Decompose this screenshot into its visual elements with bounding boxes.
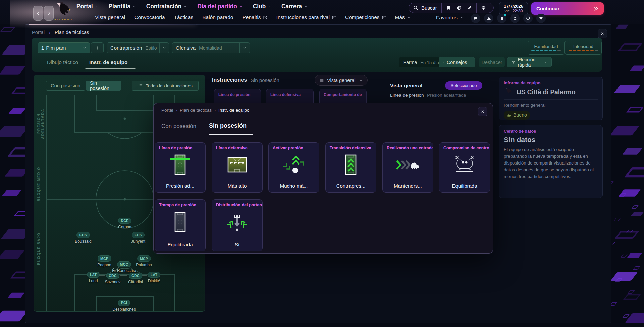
card-icon xyxy=(499,16,504,21)
pitch-player[interactable]: LATDiakité xyxy=(148,272,160,283)
all-instructions-button[interactable]: Todas las instrucciones xyxy=(132,81,199,91)
main-menu: Portal Plantilla Contratación Día del pa… xyxy=(76,3,308,10)
player-role-badge: EDS xyxy=(77,232,90,238)
trophy-button[interactable] xyxy=(536,14,546,23)
breadcrumb-portal[interactable]: Portal xyxy=(32,30,45,35)
player-role-badge: CDC xyxy=(129,273,142,279)
zone-label-mid: BLOQUE MEDIO xyxy=(37,165,41,203)
hat-icon xyxy=(486,16,491,21)
menu-portal[interactable]: Portal xyxy=(76,3,98,10)
gear-icon[interactable] xyxy=(481,5,486,10)
subnav-tacticas[interactable]: Tácticas xyxy=(174,14,194,20)
pitch-player[interactable]: MCPPalumbo xyxy=(136,255,152,267)
sync-button[interactable] xyxy=(523,14,533,23)
next-match-chip[interactable]: Parma En 15 días xyxy=(399,57,445,67)
modal-breadcrumb-tactics[interactable]: Plan de tácticas xyxy=(180,108,212,113)
pitch-tab-con-posesion[interactable]: Con posesión xyxy=(46,81,85,91)
menu-club[interactable]: Club xyxy=(253,3,271,10)
overview-divider xyxy=(430,86,442,86)
view-dropdown[interactable]: Vista general xyxy=(315,75,368,86)
subnav-vista-general[interactable]: Vista general xyxy=(95,14,125,20)
tactic-selector[interactable]: 1 Pim pam xyxy=(38,42,90,53)
team-name[interactable]: US Città di Palermo xyxy=(517,88,575,96)
defensive-transition-icon xyxy=(326,150,376,179)
svg-text:PALERMO: PALERMO xyxy=(54,18,72,21)
tab-underline xyxy=(85,68,136,69)
list-icon xyxy=(138,83,143,88)
subnav-convocatoria[interactable]: Convocatoria xyxy=(134,14,165,20)
pitch-player[interactable]: CDCSazonov xyxy=(105,273,121,284)
favorites-button[interactable]: Favoritos xyxy=(436,15,464,21)
hat-button[interactable] xyxy=(484,14,493,23)
tab-dibujo-tactico[interactable]: Dibujo táctico xyxy=(47,59,78,65)
chat-button[interactable] xyxy=(471,14,480,23)
modal-tab-con-posesion[interactable]: Con posesión xyxy=(161,123,196,130)
instruction-card-trampa-de-presion[interactable]: Trampa de presión Equilibrada xyxy=(155,199,206,251)
add-tactic-button[interactable] xyxy=(91,42,104,53)
pressing-trap-icon xyxy=(155,207,205,236)
club-logo[interactable]: PALERMO xyxy=(52,1,74,24)
chevron-down-icon xyxy=(544,60,547,64)
date-time-box[interactable]: 17/7/2026 Vie.22:30 xyxy=(499,2,528,15)
modal-tab-sin-posesion[interactable]: Sin posesión xyxy=(209,122,247,129)
modal-breadcrumb-portal[interactable]: Portal xyxy=(161,108,173,113)
shirt-icon xyxy=(512,60,515,65)
bookmark-icon[interactable] xyxy=(446,5,451,10)
pitch-player[interactable]: CDCCittadini xyxy=(128,273,143,284)
close-icon xyxy=(481,110,485,114)
star-icon xyxy=(443,60,444,64)
notification-dot xyxy=(504,14,506,16)
menu-plantilla[interactable]: Plantilla xyxy=(108,3,136,10)
performance-badge: Bueno xyxy=(504,111,530,120)
date-label: 17/7/2026 xyxy=(504,4,523,9)
advice-button[interactable]: Consejos xyxy=(439,57,475,67)
panel-close-button[interactable] xyxy=(598,29,607,38)
staff-button[interactable] xyxy=(510,14,520,23)
instruction-card-linea-defensiva[interactable]: Línea defensiva Más alto xyxy=(212,142,263,193)
instruction-card-distribucion-del-portero[interactable]: Distribución del portero Sí xyxy=(212,199,263,251)
selected-badge[interactable]: Seleccionado xyxy=(445,81,482,90)
pencil-icon[interactable] xyxy=(467,5,472,10)
data-hub-card: Centro de datos Sin datos El equipo de a… xyxy=(499,125,603,198)
menu-contratacion[interactable]: Contratación xyxy=(146,3,187,10)
tab-instr-de-equipo[interactable]: Instr. de equipo xyxy=(89,59,128,65)
subnav-mas[interactable]: Más xyxy=(395,14,411,20)
instruction-card-realizando-una-entrada[interactable]: Realizando una entrada Manteners... xyxy=(382,142,433,193)
continue-button[interactable]: Continuar xyxy=(531,2,604,15)
pitch-player[interactable]: MCPPagano xyxy=(97,255,111,267)
chevron-left-icon xyxy=(36,11,41,16)
globe-icon[interactable] xyxy=(457,5,462,10)
subnav-competiciones[interactable]: Competiciones xyxy=(345,14,386,20)
style-selector[interactable]: Contrapresión Estilo xyxy=(107,42,169,53)
pitch-tab-sin-posesion[interactable]: Sin posesión xyxy=(86,81,121,91)
cross-engagement-icon xyxy=(439,150,490,179)
instruction-card-compromiso-de-centro[interactable]: Compromiso de centro Equilibrada xyxy=(439,142,490,193)
subnav-instrucciones-rival[interactable]: Instrucciones para rival xyxy=(276,14,336,20)
cards-button[interactable] xyxy=(497,14,506,23)
double-chevron-right-icon xyxy=(593,6,599,12)
undo-button[interactable]: Deshacer xyxy=(479,57,505,67)
back-button[interactable] xyxy=(33,6,43,21)
pitch-player[interactable]: PCIDesplanches xyxy=(112,300,136,312)
chevron-right-icon xyxy=(46,11,52,16)
pitch-player[interactable]: MCCÉ. Ranocchia xyxy=(112,261,136,273)
pitch-player[interactable]: LATLund xyxy=(87,272,100,283)
menu-dia-del-partido[interactable]: Día del partido xyxy=(197,3,243,10)
quick-pick-button[interactable]: Elección rápida xyxy=(507,57,552,67)
modal-close-button[interactable] xyxy=(478,107,487,116)
menu-carrera[interactable]: Carrera xyxy=(281,3,308,10)
data-hub-title: Centro de datos xyxy=(504,129,598,134)
pitch-player[interactable]: EDSJunyent xyxy=(131,232,145,244)
instruction-card-activar-presion[interactable]: Activar presión Mucho má... xyxy=(268,142,319,193)
screen: PALERMO Portal Plantilla Contratación Dí… xyxy=(0,0,644,327)
pitch-player[interactable]: DCECorona xyxy=(118,218,131,229)
subnav-balon-parado[interactable]: Balón parado xyxy=(202,14,233,20)
pitch-player[interactable]: EDSBoussaid xyxy=(75,232,91,244)
mentality-selector[interactable]: Ofensiva Mentalidad xyxy=(172,42,250,53)
instruction-card-linea-de-presion[interactable]: Línea de presión Presión ad... xyxy=(155,142,206,193)
subnav-penaltis[interactable]: Penaltis xyxy=(242,14,267,20)
player-role-badge: MCC xyxy=(117,261,131,267)
instruction-card-transicion-defensiva[interactable]: Transición defensiva Contrapres... xyxy=(325,142,376,193)
close-icon xyxy=(600,32,604,36)
search-button[interactable]: Buscar xyxy=(409,3,441,13)
